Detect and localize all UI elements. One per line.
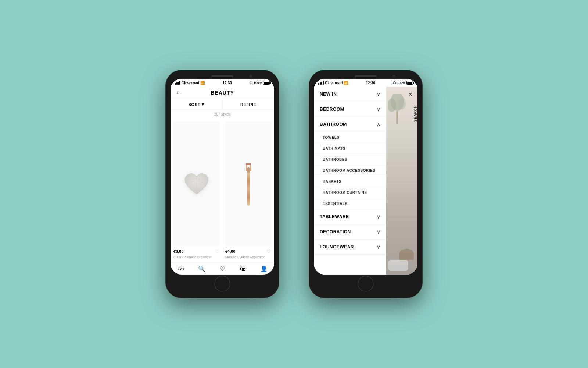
bluetooth-icon-2: ⬡ [393, 81, 396, 85]
heart-icon: ♡ [220, 265, 225, 272]
plant-decoration [388, 94, 406, 124]
product-price-1: €6,00 [173, 249, 184, 254]
heart-product-svg [184, 172, 209, 196]
submenu-label-baskets: BASKETS [323, 180, 341, 184]
bag-icon: 🛍 [240, 266, 246, 272]
battery-icon-2 [406, 81, 413, 85]
phone-notch [171, 75, 274, 77]
submenu-item-bath-mats[interactable]: BATH MATS [314, 143, 386, 154]
product-price-row-1: €6,00 ♡ [173, 248, 219, 254]
submenu-item-bathroom-accessories[interactable]: BATHROOM ACCESSORIES [314, 165, 386, 176]
menu-screen: NEW IN ∨ BEDROOM ∨ BATHROOM ∧ [314, 87, 417, 275]
camera [249, 75, 252, 78]
menu-panel: NEW IN ∨ BEDROOM ∨ BATHROOM ∧ [314, 87, 386, 275]
time-label-2: 12:30 [366, 81, 375, 85]
home-area-1 [171, 275, 274, 293]
menu-label-new-in: NEW IN [320, 92, 337, 97]
nav-wishlist[interactable]: ♡ [212, 265, 233, 272]
roller-product [243, 162, 254, 206]
menu-item-bedroom[interactable]: BEDROOM ∨ [314, 102, 386, 117]
svg-rect-7 [396, 111, 398, 124]
refine-button[interactable]: REFINE [223, 99, 275, 110]
back-button[interactable]: ← [175, 89, 182, 97]
overlay-panel: ✕ SEARCH [386, 87, 417, 275]
menu-item-bathroom[interactable]: BATHROOM ∧ [314, 117, 386, 132]
search-label[interactable]: SEARCH [413, 105, 417, 122]
close-button[interactable]: ✕ [406, 90, 415, 99]
chevron-down-icon-bedroom: ∨ [377, 106, 380, 112]
time-label: 12:30 [222, 81, 232, 85]
chevron-down-icon-decoration: ∨ [377, 229, 380, 235]
status-right-2: ⬡ 100% [393, 81, 413, 85]
search-icon: 🔍 [198, 265, 205, 272]
chevron-down-icon-tableware: ∨ [377, 214, 380, 220]
close-icon: ✕ [408, 91, 413, 98]
beauty-screen: ← BEAUTY SORT ▾ REFINE 267 styles [171, 87, 274, 275]
wifi-icon-2: 📶 [344, 81, 348, 85]
account-icon: 👤 [260, 265, 268, 272]
carrier-label: Cleveroad [182, 81, 199, 85]
submenu-item-baskets[interactable]: BASKETS [314, 176, 386, 187]
menu-label-bathroom: BATHROOM [320, 122, 347, 127]
sort-button[interactable]: SORT ▾ [171, 99, 223, 110]
sort-chevron-icon: ▾ [202, 102, 204, 107]
chevron-up-icon-bathroom: ∧ [377, 121, 380, 127]
battery-fill-2 [407, 82, 412, 84]
home-area-2 [314, 275, 417, 293]
overlay-image: ✕ SEARCH [386, 87, 417, 275]
nav-bag[interactable]: 🛍 [233, 265, 253, 272]
status-right: ⬡ 100% [250, 81, 270, 85]
submenu-label-bathroom-curtains: BATHROOM CURTAINS [323, 191, 367, 195]
wishlist-button-2[interactable]: ♡ [266, 248, 271, 254]
bluetooth-icon: ⬡ [250, 81, 252, 85]
phone-screen-2: Cleveroad 📶 12:30 ⬡ 100% NEW IN [314, 79, 417, 275]
product-cell-2: €4,00 ♡ Metallic Eyelash Applicator [222, 118, 274, 263]
phone-screen-1: Cleveroad 📶 12:30 ⬡ 100% ← BEAUTY SORT [171, 79, 274, 275]
wishlist-button-1[interactable]: ♡ [215, 248, 219, 254]
phone-2: Cleveroad 📶 12:30 ⬡ 100% NEW IN [309, 70, 423, 298]
product-image-1[interactable] [173, 121, 219, 246]
menu-item-loungewear[interactable]: LOUNGEWEAR ∨ [314, 240, 386, 255]
submenu-label-essentials: ESSENTIALS [323, 202, 348, 206]
camera-2 [392, 75, 395, 78]
battery-label-2: 100% [397, 81, 405, 85]
status-left-2: Cleveroad 📶 [318, 81, 348, 85]
product-image-2[interactable] [225, 121, 271, 246]
speaker-2 [355, 75, 377, 77]
submenu-label-bathrobes: BATHROBES [323, 158, 347, 162]
phone-1: Cleveroad 📶 12:30 ⬡ 100% ← BEAUTY SORT [165, 70, 279, 298]
status-bar-1: Cleveroad 📶 12:30 ⬡ 100% [171, 79, 274, 87]
nav-account[interactable]: 👤 [254, 265, 274, 272]
home-button-1[interactable] [214, 276, 230, 292]
nav-logo[interactable]: F21 [171, 265, 191, 272]
pillow-decoration [388, 260, 408, 271]
menu-container: NEW IN ∨ BEDROOM ∨ BATHROOM ∧ [314, 87, 417, 275]
product-cell-1: €6,00 ♡ Clear Cosmetic Organizer [171, 118, 222, 263]
phone-notch-2 [314, 75, 417, 77]
submenu-item-towels[interactable]: TOWELS [314, 132, 386, 143]
svg-rect-0 [247, 167, 250, 173]
nav-search[interactable]: 🔍 [191, 265, 212, 272]
page-title: BEAUTY [211, 90, 234, 96]
chevron-down-icon-new-in: ∨ [377, 91, 380, 97]
menu-item-new-in[interactable]: NEW IN ∨ [314, 87, 386, 102]
home-button-2[interactable] [358, 276, 374, 292]
carrier-label-2: Cleveroad [325, 81, 343, 85]
speaker [211, 75, 233, 77]
svg-point-6 [398, 98, 406, 109]
submenu-item-bathrobes[interactable]: BATHROBES [314, 154, 386, 165]
basket-decoration [399, 249, 414, 260]
products-grid: €6,00 ♡ Clear Cosmetic Organizer [171, 118, 274, 263]
submenu-label-towels: TOWELS [323, 135, 340, 139]
status-left: Cleveroad 📶 [175, 81, 205, 85]
menu-item-tableware[interactable]: TABLEWARE ∨ [314, 209, 386, 224]
roller-handle [247, 173, 250, 206]
submenu-label-bathroom-accessories: BATHROOM ACCESSORIES [323, 169, 375, 173]
bottom-navigation: F21 🔍 ♡ 🛍 👤 [171, 263, 274, 275]
submenu-item-essentials[interactable]: ESSENTIALS [314, 198, 386, 209]
menu-label-decoration: DECORATION [320, 229, 351, 234]
submenu-item-bathroom-curtains[interactable]: BATHROOM CURTAINS [314, 187, 386, 198]
battery-icon [263, 81, 270, 85]
menu-item-decoration[interactable]: DECORATION ∨ [314, 224, 386, 240]
menu-label-loungewear: LOUNGEWEAR [320, 244, 354, 250]
